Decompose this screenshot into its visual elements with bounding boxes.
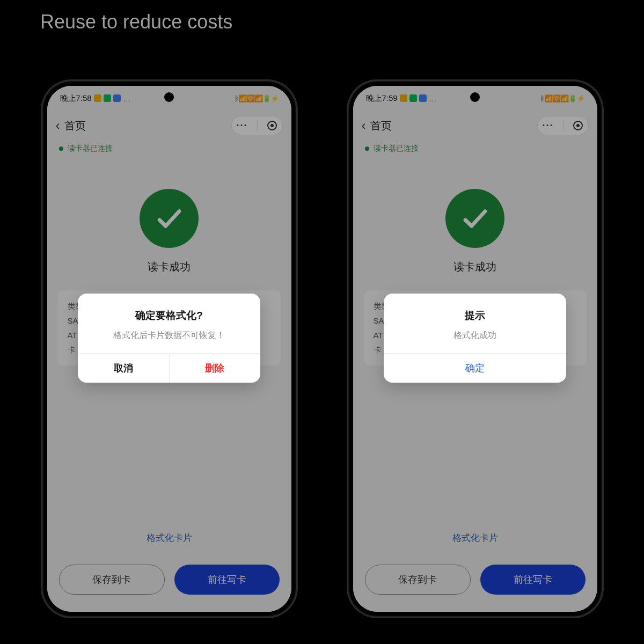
phone-screen: 晚上7:59 … ᛒ📶🛜📶🔋⚡ ‹ 首页 ···: [353, 86, 597, 612]
camera-hole: [164, 92, 174, 102]
dialog-message: 格式化成功: [394, 330, 555, 341]
dialog-cancel-button[interactable]: 取消: [78, 354, 169, 383]
dialog-actions: 确定: [384, 353, 566, 383]
confirm-dialog: 确定要格式化? 格式化后卡片数据不可恢复！ 取消 删除: [78, 294, 260, 383]
dialog-title: 提示: [394, 309, 555, 323]
phones-row: 晚上7:58 … ᛒ📶🛜📶🔋⚡ ‹ 首页 ···: [0, 80, 644, 617]
camera-hole: [470, 92, 480, 102]
dialog-delete-button[interactable]: 删除: [169, 354, 261, 383]
dialog-message: 格式化后卡片数据不可恢复！: [89, 330, 250, 341]
info-dialog: 提示 格式化成功 确定: [384, 294, 566, 383]
phone-frame: 晚上7:58 … ᛒ📶🛜📶🔋⚡ ‹ 首页 ···: [42, 80, 297, 617]
phone-screen: 晚上7:58 … ᛒ📶🛜📶🔋⚡ ‹ 首页 ···: [47, 86, 291, 612]
page-title: Reuse to reduce costs: [40, 11, 232, 33]
dialog-title: 确定要格式化?: [89, 309, 250, 323]
phone-frame: 晚上7:59 … ᛒ📶🛜📶🔋⚡ ‹ 首页 ···: [348, 80, 603, 617]
dialog-actions: 取消 删除: [78, 353, 260, 383]
dialog-ok-button[interactable]: 确定: [384, 354, 566, 383]
